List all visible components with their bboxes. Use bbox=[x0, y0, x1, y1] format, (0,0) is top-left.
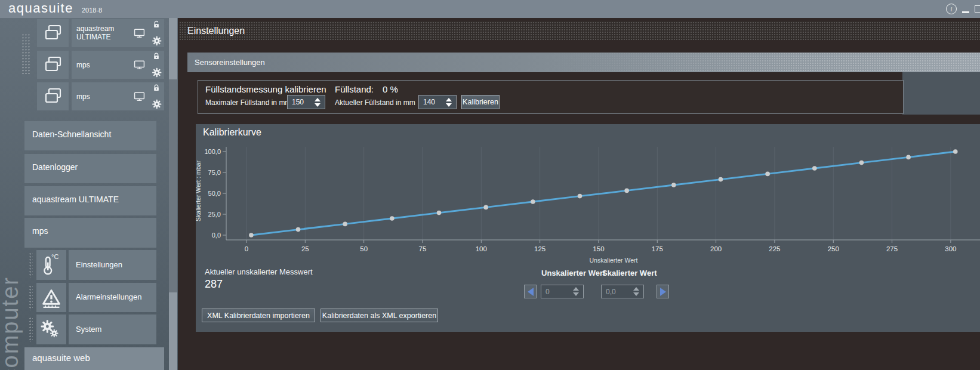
import-xml-button[interactable]: XML Kalibrierdaten importieren bbox=[202, 309, 315, 322]
device-name: aquastream ULTIMATE bbox=[76, 24, 129, 41]
x-tick-label: 125 bbox=[534, 245, 546, 252]
drag-dots bbox=[29, 252, 33, 278]
unscaled-value-input[interactable]: 0 bbox=[541, 285, 584, 298]
sidebar-scrollbar[interactable] bbox=[169, 18, 177, 370]
pages-icon bbox=[42, 86, 64, 107]
device-icon-tile[interactable] bbox=[37, 19, 69, 47]
calibration-point bbox=[483, 205, 488, 210]
gear-icon[interactable] bbox=[152, 67, 162, 78]
section-header: Sensoreinstellungen bbox=[187, 53, 980, 72]
calibration-point bbox=[578, 194, 583, 199]
level-calibration-box: Füllstandsmessung kalibrieren Füllstand:… bbox=[198, 80, 904, 114]
scaled-value-input[interactable]: 0,0 bbox=[601, 285, 644, 298]
x-tick-label: 250 bbox=[828, 245, 839, 252]
previous-point-button[interactable] bbox=[524, 285, 537, 298]
x-tick-label: 0 bbox=[245, 245, 248, 252]
sidebar-item-datenlogger[interactable]: Datenlogger bbox=[24, 154, 156, 183]
calibration-point bbox=[437, 211, 442, 215]
spinner-up-icon[interactable] bbox=[573, 287, 579, 291]
current-level-input[interactable]: 140 bbox=[418, 95, 457, 109]
pages-icon bbox=[42, 23, 64, 44]
max-level-input[interactable]: 150 bbox=[287, 95, 325, 109]
drag-dots bbox=[29, 317, 33, 342]
spinner-down-icon[interactable] bbox=[315, 103, 320, 107]
calibration-chart: 02550751001251501752002252502753000,025,… bbox=[196, 124, 980, 332]
section-title: Sensoreinstellungen bbox=[195, 58, 265, 67]
x-tick-label: 75 bbox=[419, 245, 427, 252]
calibration-point bbox=[765, 172, 770, 177]
app-version: 2018-8 bbox=[82, 7, 102, 14]
spinner-up-icon[interactable] bbox=[446, 98, 452, 101]
monitor-icon[interactable] bbox=[134, 27, 145, 39]
sidebar-item-einstellungen[interactable]: Einstellungen bbox=[69, 250, 156, 280]
sidebar-item-alarmeinstellungen[interactable]: Alarmeinstellungen bbox=[69, 283, 156, 312]
subitem-icon-tile[interactable] bbox=[36, 314, 66, 344]
sidebar-item-aquasuite-web[interactable]: aquasuite web bbox=[24, 347, 164, 370]
unscaled-value-label: Unskalierter Wert bbox=[541, 269, 605, 278]
x-tick-label: 175 bbox=[652, 245, 663, 252]
spinner-up-icon[interactable] bbox=[315, 98, 320, 101]
subitem-icon-tile[interactable] bbox=[36, 283, 66, 312]
gear-icon[interactable] bbox=[152, 99, 162, 109]
calibration-point bbox=[624, 189, 629, 193]
calibration-point bbox=[531, 199, 535, 204]
maximize-icon[interactable] bbox=[975, 5, 980, 13]
calibration-point bbox=[859, 161, 864, 165]
sidebar-item-aquastream-ultimate[interactable]: aquastream ULTIMATE bbox=[24, 186, 156, 215]
export-xml-button[interactable]: Kalibrierdaten als XML exportieren bbox=[320, 309, 438, 322]
calibration-point bbox=[390, 216, 395, 221]
x-tick-label: 150 bbox=[593, 245, 604, 252]
x-axis-label: Unskalierter Wert bbox=[590, 257, 638, 264]
sidebar-item-mps[interactable]: mps bbox=[24, 218, 156, 248]
calibration-point bbox=[249, 233, 254, 238]
minimize-icon[interactable] bbox=[962, 11, 969, 13]
gear-icon[interactable] bbox=[152, 36, 162, 46]
drag-dots bbox=[21, 33, 31, 74]
sidebar: aquacomputer aquastream ULTIMATE mps mps bbox=[0, 18, 178, 370]
info-icon[interactable]: i bbox=[946, 4, 957, 14]
scaled-value-label: Skalierter Wert bbox=[602, 269, 657, 278]
spinner-up-icon[interactable] bbox=[633, 287, 639, 291]
title-bar: aquasuite 2018-8 i bbox=[0, 0, 980, 18]
sidebar-item-system[interactable]: System bbox=[69, 314, 156, 344]
calibration-point bbox=[671, 183, 676, 187]
next-point-button[interactable] bbox=[657, 285, 669, 298]
device-row[interactable]: mps bbox=[72, 82, 164, 110]
x-tick-label: 300 bbox=[945, 245, 956, 252]
device-icon-tile[interactable] bbox=[37, 51, 69, 79]
pages-icon bbox=[42, 54, 64, 76]
calibration-line bbox=[251, 152, 956, 235]
unlocked-lock-icon[interactable] bbox=[152, 20, 161, 29]
lock-icon[interactable] bbox=[152, 52, 161, 60]
lock-icon[interactable] bbox=[152, 84, 161, 92]
sidebar-item-daten-schnellansicht[interactable]: Daten-Schnellansicht bbox=[24, 121, 156, 150]
device-row[interactable]: mps bbox=[72, 51, 164, 79]
scrollbar-thumb[interactable] bbox=[169, 79, 177, 292]
x-tick-label: 50 bbox=[360, 245, 368, 252]
spinner-down-icon[interactable] bbox=[446, 103, 452, 107]
current-raw-value: 287 bbox=[205, 278, 223, 291]
y-tick-label: 100,0 bbox=[204, 148, 221, 155]
drag-dots bbox=[29, 285, 33, 310]
y-tick-label: 0,0 bbox=[212, 232, 221, 239]
subitem-icon-tile[interactable]: °C bbox=[36, 250, 66, 280]
x-tick-label: 225 bbox=[769, 245, 780, 252]
calibration-point bbox=[906, 155, 911, 160]
current-level-label: Aktueller Füllstand in mm bbox=[335, 98, 415, 107]
device-icon-tile[interactable] bbox=[37, 82, 69, 110]
calibration-point bbox=[953, 149, 958, 154]
device-name: mps bbox=[76, 61, 129, 69]
monitor-icon[interactable] bbox=[134, 59, 145, 70]
warning-icon bbox=[41, 288, 61, 309]
level-label: Füllstand: bbox=[335, 84, 374, 94]
device-row[interactable]: aquastream ULTIMATE bbox=[72, 19, 164, 47]
monitor-icon[interactable] bbox=[134, 91, 145, 102]
level-value: 0 % bbox=[383, 84, 398, 94]
spinner-down-icon[interactable] bbox=[573, 292, 579, 296]
brand-watermark: aquacomputer bbox=[0, 276, 23, 370]
calibration-point bbox=[296, 227, 301, 232]
x-tick-label: 200 bbox=[710, 245, 722, 252]
celsius-unit: °C bbox=[51, 253, 58, 260]
calibrate-button[interactable]: Kalibrieren bbox=[461, 95, 500, 109]
spinner-down-icon[interactable] bbox=[633, 292, 639, 296]
